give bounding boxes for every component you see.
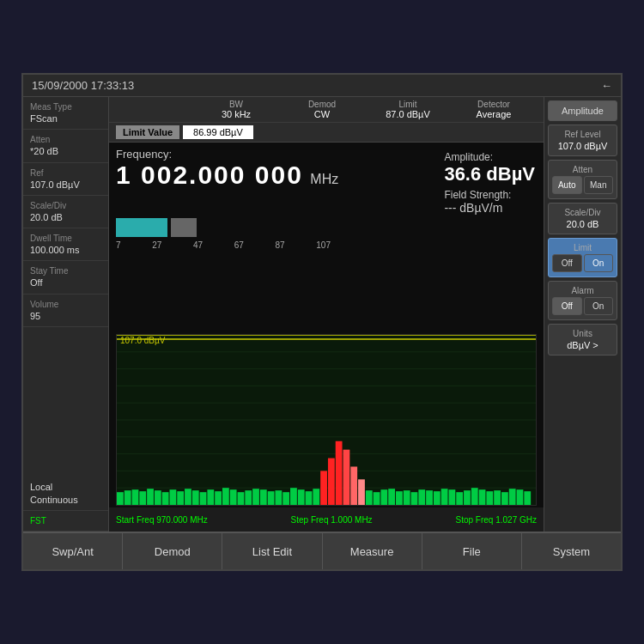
- svg-rect-33: [290, 488, 297, 505]
- atten-auto-btn[interactable]: Auto: [552, 176, 582, 194]
- svg-rect-27: [245, 490, 252, 505]
- svg-rect-29: [260, 489, 267, 505]
- atten-panel-label: Atten: [552, 165, 613, 174]
- alarm-off-btn[interactable]: Off: [552, 297, 582, 315]
- alarm-on-btn[interactable]: On: [584, 297, 614, 315]
- units-panel-label: Units: [552, 329, 613, 338]
- nav-swp-ant-label: Swp/Ant: [52, 545, 93, 558]
- start-freq-label: Start Freq 970.000 MHz: [116, 515, 208, 525]
- svg-rect-41: [350, 466, 357, 505]
- svg-rect-12: [132, 489, 139, 505]
- svg-rect-56: [464, 490, 471, 505]
- scale-47: 47: [193, 240, 203, 250]
- svg-rect-34: [298, 489, 305, 505]
- limit-panel-btn: Limit Off On: [548, 238, 617, 277]
- limit-on-btn[interactable]: On: [584, 254, 614, 272]
- atten-panel-btn: Atten Auto Man: [548, 160, 617, 199]
- ref-label: Ref: [30, 167, 101, 179]
- scale-27: 27: [152, 240, 161, 250]
- atten-value: *20 dB: [30, 145, 101, 157]
- limit-label: Limit: [365, 100, 451, 109]
- demod-label: Demod: [279, 100, 365, 109]
- svg-rect-46: [388, 489, 395, 505]
- svg-rect-13: [139, 491, 146, 505]
- datetime-label: 15/09/2000 17:33:13: [32, 79, 134, 92]
- scale-div-label: Scale/Div: [30, 200, 101, 211]
- bottom-nav: Swp/Ant Demod List Edit Measure File Sys…: [23, 532, 621, 569]
- svg-rect-54: [448, 489, 455, 505]
- scale-div-panel-btn[interactable]: Scale/Div 20.0 dB: [548, 203, 617, 234]
- fst-item: FST: [23, 511, 108, 532]
- units-panel-value: dBµV >: [552, 340, 613, 350]
- svg-rect-30: [268, 491, 275, 505]
- svg-rect-18: [177, 491, 184, 505]
- detector-label: Detector: [451, 100, 537, 109]
- ref-level-btn[interactable]: Ref Level 107.0 dBµV: [548, 125, 617, 156]
- limit-panel-label: Limit: [552, 243, 613, 252]
- svg-rect-38: [328, 459, 335, 505]
- svg-rect-59: [486, 491, 493, 505]
- nav-measure[interactable]: Measure: [323, 533, 422, 569]
- antenna-icon: ←: [601, 79, 612, 92]
- svg-rect-20: [192, 490, 199, 505]
- meas-type-label: Meas Type: [30, 101, 101, 112]
- spacer: [23, 327, 108, 477]
- svg-rect-36: [313, 489, 319, 505]
- limit-off-btn[interactable]: Off: [552, 254, 582, 272]
- ref-level-value: 107.0 dBµV: [552, 141, 613, 151]
- detector-col: Detector Average: [451, 100, 537, 119]
- svg-rect-11: [125, 490, 131, 505]
- limit-row: Limit Value 86.99 dBµV: [109, 123, 544, 143]
- nav-file[interactable]: File: [422, 533, 522, 569]
- bar-gray: [171, 218, 197, 237]
- svg-rect-39: [336, 441, 343, 505]
- dwell-time-item: Dwell Time 100.000 ms: [23, 228, 108, 261]
- freq-label: Frequency:: [116, 148, 338, 161]
- bar-teal: [116, 218, 167, 237]
- freq-value: 1 002.000 000: [116, 161, 303, 189]
- svg-rect-49: [411, 492, 418, 505]
- demod-col: Demod CW: [279, 100, 365, 119]
- nav-list-edit[interactable]: List Edit: [222, 533, 322, 569]
- stay-time-label: Stay Time: [30, 265, 101, 276]
- alarm-panel-btn: Alarm Off On: [548, 281, 617, 320]
- svg-rect-42: [358, 479, 365, 505]
- stop-freq-label: Stop Freq 1.027 GHz: [455, 515, 537, 525]
- info-row: BW 30 kHz Demod CW Limit 87.0 dBµV Detec…: [109, 97, 544, 123]
- svg-rect-14: [147, 489, 154, 505]
- nav-demod[interactable]: Demod: [123, 533, 222, 569]
- svg-rect-63: [517, 489, 524, 505]
- limit-value: 87.0 dBµV: [365, 109, 451, 119]
- meas-type-value: FScan: [30, 112, 101, 125]
- nav-system-label: System: [553, 545, 590, 558]
- atten-label: Atten: [30, 134, 101, 145]
- svg-rect-25: [230, 489, 237, 505]
- bw-col: BW 30 kHz: [193, 100, 279, 119]
- svg-rect-53: [441, 489, 448, 505]
- svg-rect-55: [456, 492, 463, 505]
- nav-system[interactable]: System: [522, 533, 621, 569]
- left-panel: Meas Type FScan Atten *20 dB Ref 107.0 d…: [23, 97, 109, 532]
- amplitude-btn[interactable]: Amplitude: [548, 100, 617, 121]
- meas-type-item: Meas Type FScan: [23, 97, 108, 130]
- svg-rect-16: [162, 492, 169, 505]
- svg-rect-52: [434, 491, 440, 505]
- svg-rect-60: [494, 490, 501, 505]
- atten-man-btn[interactable]: Man: [584, 176, 614, 194]
- nav-swp-ant[interactable]: Swp/Ant: [23, 533, 123, 569]
- nav-demod-label: Demod: [155, 545, 191, 558]
- nav-file-label: File: [463, 545, 481, 558]
- limit-col: Limit 87.0 dBµV: [365, 100, 451, 119]
- right-panel: Amplitude Ref Level 107.0 dBµV Atten Aut…: [544, 97, 621, 532]
- units-panel-btn[interactable]: Units dBµV >: [548, 324, 617, 355]
- volume-label: Volume: [30, 299, 101, 310]
- amplitude-btn-label: Amplitude: [552, 106, 613, 116]
- svg-rect-28: [252, 489, 259, 505]
- svg-rect-61: [501, 492, 508, 505]
- bottom-freq-labels: Start Freq 970.000 MHz Step Freq 1.000 M…: [109, 507, 544, 532]
- bw-label: BW: [193, 100, 279, 109]
- atten-row: Auto Man: [552, 176, 613, 194]
- svg-rect-64: [524, 491, 531, 505]
- spectrum-chart: 107.0 dBµV: [116, 334, 537, 506]
- svg-rect-43: [366, 490, 373, 505]
